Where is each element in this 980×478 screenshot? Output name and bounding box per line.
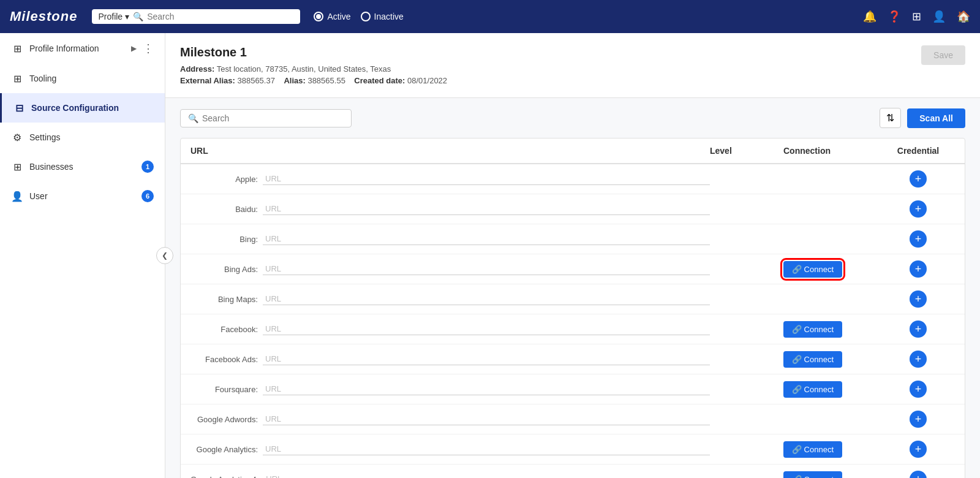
url-input[interactable] xyxy=(263,263,710,275)
sidebar-item-source-configuration[interactable]: ⊟ Source Configuration xyxy=(0,93,165,123)
sidebar-label-tooling: Tooling xyxy=(29,74,154,83)
sidebar-icon-businesses: ⊞ xyxy=(11,161,23,173)
connection-cell: 🔗 Connect xyxy=(783,441,881,458)
sidebar-item-tooling[interactable]: ⊞ Tooling xyxy=(0,64,165,93)
app-logo: Milestone xyxy=(10,9,77,25)
credential-cell: + xyxy=(881,351,955,368)
url-input[interactable] xyxy=(263,293,710,305)
sidebar-item-profile-information[interactable]: ⊞ Profile Information ▶ ⋮ xyxy=(0,33,165,64)
connection-cell: 🔗 Connect xyxy=(783,351,881,368)
sidebar-icon-tooling: ⊞ xyxy=(11,72,23,85)
sidebar-more-profile-information[interactable]: ⋮ xyxy=(143,42,154,55)
external-alias-value: 388565.37 xyxy=(237,76,274,85)
source-cell: Google Analytics: xyxy=(190,443,710,455)
inactive-label: Inactive xyxy=(374,12,404,21)
badge-user: 6 xyxy=(141,190,154,202)
active-radio[interactable]: Active xyxy=(314,12,350,21)
table-row: Facebook: 🔗 Connect + xyxy=(181,314,965,344)
url-input[interactable] xyxy=(263,233,710,245)
add-credential-button[interactable]: + xyxy=(910,471,927,478)
add-credential-button[interactable]: + xyxy=(910,230,927,248)
profile-header: Milestone 1 Address: Test location, 7873… xyxy=(165,33,980,98)
url-input[interactable] xyxy=(263,473,710,478)
sidebar-item-user[interactable]: 👤 User 6 xyxy=(0,181,165,211)
url-input[interactable] xyxy=(263,323,710,335)
header-credential: Credential xyxy=(881,146,955,156)
main-content: Milestone 1 Address: Test location, 7873… xyxy=(165,33,980,478)
save-button[interactable]: Save xyxy=(921,45,965,65)
sidebar: ⊞ Profile Information ▶ ⋮ ⊞ Tooling ⊟ So… xyxy=(0,33,165,478)
add-credential-button[interactable]: + xyxy=(910,290,927,308)
notification-icon[interactable]: 🔔 xyxy=(863,10,876,23)
table-row: Apple: + xyxy=(181,164,965,194)
url-input[interactable] xyxy=(263,203,710,215)
source-label: Google Analytics: xyxy=(190,445,258,454)
source-label: Baidu: xyxy=(190,205,258,214)
url-input[interactable] xyxy=(263,173,710,185)
add-credential-button[interactable]: + xyxy=(910,351,927,368)
table-row: Google Analytics: 🔗 Connect + xyxy=(181,434,965,465)
sidebar-label-user: User xyxy=(29,191,135,201)
help-icon[interactable]: ❓ xyxy=(888,10,901,23)
sidebar-collapse-button[interactable]: ❮ xyxy=(156,247,173,264)
connect-button[interactable]: 🔗 Connect xyxy=(783,321,842,338)
source-label: Bing: xyxy=(190,235,258,244)
table-search-box: 🔍 xyxy=(180,109,352,127)
source-cell: Bing Maps: xyxy=(190,293,710,305)
add-credential-button[interactable]: + xyxy=(910,200,927,218)
url-input[interactable] xyxy=(263,383,710,395)
source-label: Bing Maps: xyxy=(190,295,258,304)
url-input[interactable] xyxy=(263,413,710,425)
header-connection: Connection xyxy=(783,146,881,156)
connect-button[interactable]: 🔗 Connect xyxy=(783,441,842,458)
add-credential-button[interactable]: + xyxy=(910,170,927,188)
url-input[interactable] xyxy=(263,443,710,455)
table-header: URL Level Connection Credential xyxy=(181,138,965,164)
topnav: Milestone Profile ▾ 🔍 Active Inactive 🔔 … xyxy=(0,0,980,33)
search-icon: 🔍 xyxy=(133,12,143,21)
add-credential-button[interactable]: + xyxy=(910,381,927,398)
scan-all-button[interactable]: Scan All xyxy=(907,108,965,128)
table-search-input[interactable] xyxy=(202,113,344,123)
inactive-radio[interactable]: Inactive xyxy=(361,12,404,21)
badge-businesses: 1 xyxy=(141,161,154,173)
account-icon[interactable]: 👤 xyxy=(932,10,946,23)
table-row: Baidu: + xyxy=(181,194,965,224)
credential-cell: + xyxy=(881,290,955,308)
add-credential-button[interactable]: + xyxy=(910,411,927,428)
search-input[interactable] xyxy=(147,12,294,21)
credential-cell: + xyxy=(881,200,955,218)
sort-button[interactable]: ⇅ xyxy=(880,108,901,128)
address-label: Address: xyxy=(180,64,214,74)
address-value: Test location, 78735, Austin, United Sta… xyxy=(217,64,391,74)
source-cell: Foursquare: xyxy=(190,383,710,395)
url-input[interactable] xyxy=(263,353,710,365)
add-credential-button[interactable]: + xyxy=(910,441,927,458)
sidebar-item-settings[interactable]: ⚙ Settings xyxy=(0,123,165,152)
connection-cell: 🔗 Connect xyxy=(783,381,881,398)
connect-button[interactable]: 🔗 Connect xyxy=(783,261,842,278)
apps-icon[interactable]: ⊞ xyxy=(912,10,921,23)
source-label: Foursquare: xyxy=(190,385,258,394)
sidebar-label-source-configuration: Source Configuration xyxy=(31,103,154,113)
connect-button[interactable]: 🔗 Connect xyxy=(783,381,842,398)
connect-button[interactable]: 🔗 Connect xyxy=(783,351,842,368)
source-label: Google Analytics 4: xyxy=(190,475,258,479)
table-row: Bing: + xyxy=(181,224,965,254)
credential-cell: + xyxy=(881,230,955,248)
sidebar-icon-user: 👤 xyxy=(11,190,23,202)
search-dropdown[interactable]: Profile ▾ xyxy=(98,12,129,21)
credential-cell: + xyxy=(881,321,955,338)
table-row: Facebook Ads: 🔗 Connect + xyxy=(181,344,965,374)
dropdown-arrow-icon: ▾ xyxy=(125,12,129,21)
table-search-icon: 🔍 xyxy=(188,113,198,123)
toolbar-right: ⇅ Scan All xyxy=(880,108,965,128)
inactive-radio-circle xyxy=(361,12,371,21)
home-icon[interactable]: 🏠 xyxy=(957,10,970,23)
add-credential-button[interactable]: + xyxy=(910,260,927,278)
connect-button[interactable]: 🔗 Connect xyxy=(783,471,842,479)
sidebar-item-businesses[interactable]: ⊞ Businesses 1 xyxy=(0,152,165,181)
alias-value: 388565.55 xyxy=(307,76,345,85)
table-body: Apple: + Baidu: + Bing: xyxy=(181,164,965,478)
add-credential-button[interactable]: + xyxy=(910,321,927,338)
